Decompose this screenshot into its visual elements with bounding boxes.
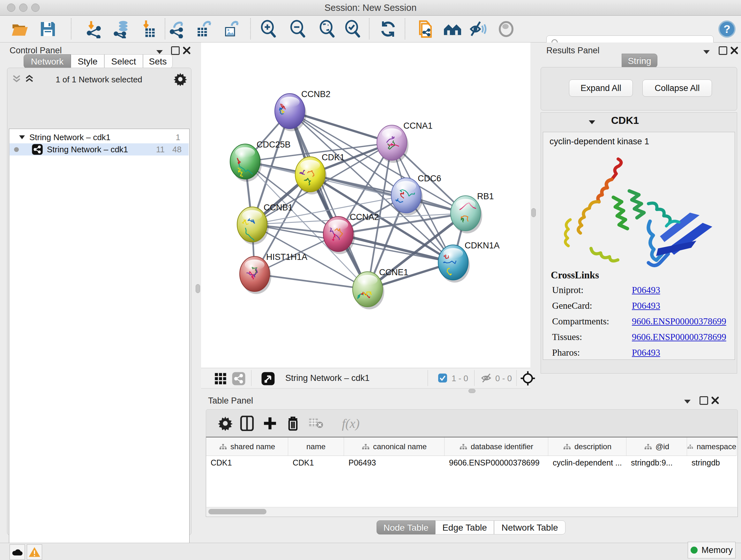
tab-sets[interactable]: Sets (143, 54, 173, 68)
tab-network-table[interactable]: Network Table (494, 520, 565, 535)
network-collection-row[interactable]: String Network – cdk1 1 (10, 131, 189, 143)
table-cell[interactable]: CDK1 (206, 455, 288, 470)
table-cell[interactable]: 9606.ENSP00000378699 (445, 455, 548, 470)
network-row-selected[interactable]: String Network – cdk1 11 48 (10, 143, 189, 155)
tree-expand-icon[interactable] (18, 135, 25, 140)
import-from-database-button[interactable] (112, 19, 131, 39)
panel-float-icon[interactable] (703, 50, 711, 55)
panel-maximize-icon[interactable] (171, 46, 180, 55)
crosslink-label: Uniprot: (552, 285, 632, 295)
cloud-status-button[interactable] (10, 544, 25, 560)
table-cell[interactable]: stringdb (687, 455, 737, 470)
share-view-icon[interactable] (232, 372, 246, 386)
tab-edge-table[interactable]: Edge Table (435, 520, 494, 535)
tab-string[interactable]: String (622, 54, 657, 68)
selected-counts: 1 - 0 (452, 374, 468, 383)
column-header-canonical-name[interactable]: canonical name (344, 437, 445, 455)
crosslink-value-link[interactable]: P06493 (632, 285, 660, 295)
open-folder-icon (10, 20, 29, 38)
refresh-button[interactable] (379, 19, 398, 39)
birdseye-toggle-icon[interactable] (261, 372, 275, 386)
add-column-button[interactable] (261, 415, 279, 432)
selected-checkbox-icon[interactable] (438, 373, 448, 383)
hidden-eye-icon[interactable] (481, 373, 492, 383)
crosslink-value-link[interactable]: P06493 (632, 300, 660, 311)
zoom-out-button[interactable] (288, 19, 308, 39)
import-table-button[interactable] (140, 19, 159, 39)
table-cell[interactable]: cyclin-dependent ... (548, 455, 626, 470)
protein-structure-image (553, 152, 725, 280)
crosslink-value-link[interactable]: 9606.ENSP00000378699 (632, 332, 726, 342)
table-settings-button[interactable] (216, 415, 234, 432)
node-table[interactable]: shared namenamecanonical namedatabase id… (206, 437, 738, 517)
column-header-shared-name[interactable]: shared name (206, 437, 288, 455)
export-table-button[interactable] (195, 19, 214, 39)
zoom-fit-button[interactable] (318, 19, 337, 39)
crosslink-value-link[interactable]: 9606.ENSP00000378699 (632, 316, 726, 326)
column-header--id[interactable]: @id (626, 437, 687, 455)
scrollbar-thumb[interactable] (208, 509, 266, 514)
left-splitter-handle[interactable] (196, 284, 200, 293)
export-network-button[interactable] (169, 19, 188, 39)
panel-close-icon[interactable] (711, 396, 719, 405)
table-horizontal-scrollbar[interactable] (206, 507, 737, 516)
node-label: CCNA2 (350, 212, 379, 222)
expand-all-tree-icon[interactable] (24, 74, 35, 84)
import-network-button[interactable] (85, 19, 104, 39)
panel-float-icon[interactable] (684, 399, 691, 404)
zoom-selected-button[interactable] (343, 19, 362, 39)
show-all-button[interactable] (496, 19, 516, 39)
panel-close-icon[interactable] (183, 46, 191, 55)
panel-maximize-icon[interactable] (719, 46, 727, 55)
collapse-all-tree-icon[interactable] (11, 74, 22, 84)
panel-close-icon[interactable] (730, 46, 738, 55)
clone-network-button[interactable] (415, 19, 434, 39)
apply-function-button[interactable]: f(x) (333, 415, 368, 432)
panel-maximize-icon[interactable] (699, 396, 708, 405)
show-columns-button[interactable] (238, 415, 256, 432)
panel-float-icon[interactable] (156, 50, 163, 55)
save-session-button[interactable] (38, 19, 57, 39)
fit-selected-crosshair-icon[interactable] (520, 371, 536, 386)
expand-all-button[interactable]: Expand All (569, 79, 633, 97)
table-cell[interactable]: P06493 (344, 455, 445, 470)
help-button[interactable]: ? (718, 19, 737, 39)
node-label: CDK1 (322, 152, 345, 162)
delete-table-button[interactable] (307, 415, 325, 432)
column-header-description[interactable]: description (548, 437, 626, 455)
crosslink-value-link[interactable]: P06493 (632, 348, 660, 358)
crosslink-row: Tissues:9606.ENSP00000378699 (552, 332, 731, 348)
zoom-fit-icon (318, 20, 337, 38)
memory-button[interactable]: Memory (688, 542, 736, 558)
first-neighbors-button[interactable] (443, 19, 462, 39)
gear-icon[interactable] (174, 72, 187, 86)
horizontal-splitter-handle[interactable] (468, 389, 475, 393)
node-label: CCNB2 (301, 89, 331, 99)
open-file-button[interactable] (10, 19, 29, 39)
crosslink-row: GeneCard:P06493 (552, 300, 731, 316)
column-header-namespace[interactable]: namespace (687, 437, 737, 455)
network-canvas[interactable]: CCNB2CCNA1CDC25BCDK1CDC6RB1CCNB1CCNA2CDK… (201, 43, 530, 368)
table-row[interactable]: CDK1CDK1P064939606.ENSP00000378699cyclin… (206, 455, 737, 470)
hide-selected-button[interactable] (468, 19, 488, 39)
tab-style[interactable]: Style (71, 54, 105, 68)
export-image-icon (222, 20, 241, 38)
node-section-collapse-icon[interactable] (588, 120, 596, 125)
save-icon (39, 20, 57, 38)
help-icon: ? (718, 20, 736, 38)
grid-view-icon[interactable] (214, 373, 226, 385)
table-cell[interactable]: stringdb:9... (626, 455, 687, 470)
column-header-database-identifier[interactable]: database identifier (445, 437, 548, 455)
warnings-button[interactable] (27, 544, 42, 560)
zoom-in-button[interactable] (259, 19, 278, 39)
network-graph[interactable]: CCNB2CCNA1CDC25BCDK1CDC6RB1CCNB1CCNA2CDK… (201, 43, 530, 368)
tab-node-table[interactable]: Node Table (377, 520, 435, 535)
export-image-button[interactable] (222, 19, 241, 39)
collapse-all-button[interactable]: Collapse All (643, 79, 712, 97)
table-cell[interactable]: CDK1 (288, 455, 344, 470)
delete-column-button[interactable] (284, 415, 302, 432)
tab-network[interactable]: Network (23, 54, 71, 68)
column-header-name[interactable]: name (288, 437, 344, 455)
tab-select[interactable]: Select (105, 54, 143, 68)
right-splitter-handle[interactable] (531, 208, 536, 217)
